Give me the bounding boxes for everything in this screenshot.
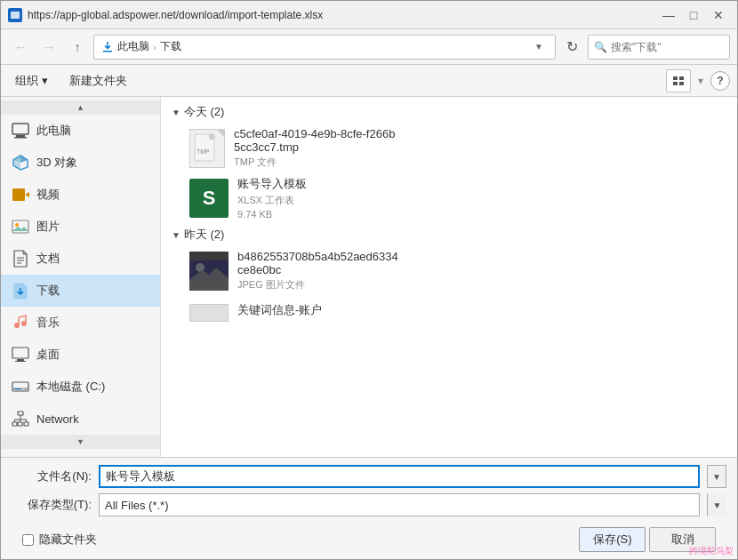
today-chevron: ▼ (172, 108, 180, 117)
svg-rect-22 (12, 348, 28, 358)
downloads-icon (12, 282, 29, 300)
help-button[interactable]: ? (710, 71, 730, 91)
file-save-dialog: https://app-global.adspower.net/download… (0, 0, 738, 560)
sidebar-label: 本地磁盘 (C:) (36, 379, 105, 395)
svg-rect-32 (24, 422, 28, 426)
file-area: ▼ 今天 (2) TMP c5cfe0af-4019-4e9b-8cfe-f26… (161, 97, 737, 457)
filename-row: 文件名(N): ▼ (12, 465, 726, 488)
jpeg-thumb-svg (189, 252, 229, 291)
breadcrumb-current: 下载 (160, 39, 181, 54)
sidebar-label: 音乐 (36, 315, 60, 331)
filename-dropdown-btn[interactable]: ▼ (707, 465, 726, 488)
save-button-label: 保存(S) (593, 532, 631, 548)
filetype-label: 保存类型(T): (12, 497, 92, 513)
xlsx-file-info: 账号导入模板 XLSX 工作表 9.74 KB (237, 176, 307, 220)
address-breadcrumb: 此电脑 › 下载 (117, 39, 181, 54)
new-folder-button[interactable]: 新建文件夹 (62, 69, 134, 92)
address-bar[interactable]: 此电脑 › 下载 ▼ (93, 35, 556, 60)
sidebar-item-computer[interactable]: 此电脑 (1, 115, 160, 147)
dialog-icon (8, 8, 22, 22)
video-icon (12, 186, 29, 204)
sidebar-item-downloads[interactable]: 下载 (1, 275, 160, 307)
sidebar-label: 桌面 (36, 347, 60, 363)
organize-button[interactable]: 组织 ▾ (8, 69, 55, 92)
sidebar-label: 下载 (36, 283, 60, 299)
file-item-tmp[interactable]: TMP c5cfe0af-4019-4e9b-8cfe-f266b5cc3cc7… (161, 124, 737, 172)
sidebar-item-3d[interactable]: 3D 对象 (1, 147, 160, 179)
filetype-row: 保存类型(T): All Files (*.*) ▼ (12, 493, 726, 516)
refresh-button[interactable]: ↻ (559, 35, 584, 60)
svg-rect-30 (12, 422, 17, 426)
svg-point-15 (15, 223, 19, 227)
filename-input[interactable] (99, 465, 700, 488)
svg-rect-5 (12, 124, 28, 134)
buttons-row: 隐藏文件夹 保存(S) 取消 (12, 522, 726, 552)
hide-folder-label: 隐藏文件夹 (39, 532, 97, 548)
disk-icon (12, 378, 29, 396)
sidebar-label: 视频 (36, 187, 60, 203)
minimize-button[interactable]: — (657, 4, 680, 27)
back-button[interactable]: ← (8, 35, 33, 60)
section-today[interactable]: ▼ 今天 (2) (161, 100, 737, 124)
hide-folder-row[interactable]: 隐藏文件夹 (22, 532, 97, 548)
forward-button[interactable]: → (36, 35, 61, 60)
today-label: 今天 (2) (184, 104, 225, 120)
section-yesterday[interactable]: ▼ 昨天 (2) (161, 223, 737, 246)
svg-rect-2 (679, 76, 684, 80)
svg-rect-7 (14, 137, 27, 139)
maximize-button[interactable]: □ (682, 4, 705, 27)
sidebar-item-localdisk[interactable]: 本地磁盘 (C:) (1, 371, 160, 403)
title-text: https://app-global.adspower.net/download… (28, 9, 657, 21)
close-button[interactable]: ✕ (707, 4, 730, 27)
search-box[interactable]: 🔍 (588, 35, 730, 60)
sidebar-scroll-down[interactable]: ▼ (1, 435, 160, 449)
svg-rect-29 (18, 412, 23, 415)
file-item-xlsx[interactable]: S 账号导入模板 XLSX 工作表 9.74 KB (161, 172, 737, 223)
svg-rect-31 (18, 422, 22, 426)
file-item-jpeg[interactable]: b4862553708b5a4b52aed6334ce8e0bc JPEG 图片… (161, 246, 737, 295)
sidebar-item-music[interactable]: 音乐 (1, 307, 160, 339)
svg-point-21 (21, 321, 27, 326)
sidebar-label: 文档 (36, 251, 60, 267)
svg-rect-24 (15, 361, 26, 362)
window-controls: — □ ✕ (657, 4, 730, 27)
tmp-file-type: TMP 文件 (234, 156, 395, 169)
svg-rect-3 (673, 82, 678, 85)
sidebar-label: 图片 (36, 219, 60, 235)
filetype-dropdown-btn[interactable]: ▼ (707, 493, 726, 516)
cancel-button[interactable]: 取消 (649, 527, 716, 552)
download-icon (101, 41, 114, 53)
tmp-file-icon: TMP (189, 129, 225, 168)
xlsx-file-type: XLSX 工作表 (237, 194, 307, 207)
yesterday-label: 昨天 (2) (184, 227, 225, 243)
svg-rect-12 (12, 188, 25, 201)
address-dropdown-btn[interactable]: ▼ (530, 42, 548, 52)
up-button[interactable]: ↑ (65, 35, 90, 60)
breadcrumb-root: 此电脑 (117, 39, 149, 54)
jpeg-file-name: b4862553708b5a4b52aed6334ce8e0bc (237, 250, 398, 276)
search-input[interactable] (611, 41, 738, 53)
view-toggle-button[interactable] (666, 69, 691, 92)
computer-icon (12, 122, 29, 140)
save-button[interactable]: 保存(S) (579, 527, 646, 552)
yesterday-chevron: ▼ (172, 230, 180, 240)
sidebar-item-images[interactable]: 图片 (1, 211, 160, 243)
svg-rect-1 (673, 76, 678, 80)
hide-folder-checkbox[interactable] (22, 534, 34, 546)
svg-rect-4 (679, 82, 684, 85)
sidebar-scroll-up[interactable]: ▲ (1, 100, 160, 115)
sidebar-item-desktop[interactable]: 桌面 (1, 339, 160, 371)
main-content: ▲ 此电脑 (1, 97, 737, 457)
filetype-select[interactable]: All Files (*.*) (99, 493, 700, 516)
svg-point-28 (25, 388, 27, 390)
jpeg-file-info: b4862553708b5a4b52aed6334ce8e0bc JPEG 图片… (237, 250, 398, 292)
file-item-keyword[interactable]: 关键词信息-账户 (161, 295, 737, 331)
cancel-button-label: 取消 (671, 532, 694, 548)
sidebar-item-docs[interactable]: 文档 (1, 243, 160, 275)
sidebar-item-video[interactable]: 视频 (1, 179, 160, 211)
bottom-form-area: 文件名(N): ▼ 保存类型(T): All Files (*.*) ▼ 隐藏文… (1, 457, 737, 559)
sidebar-item-network[interactable]: Network (1, 403, 160, 435)
xlsx-file-name: 账号导入模板 (237, 176, 307, 192)
svg-rect-6 (16, 135, 25, 137)
music-icon (12, 314, 29, 332)
